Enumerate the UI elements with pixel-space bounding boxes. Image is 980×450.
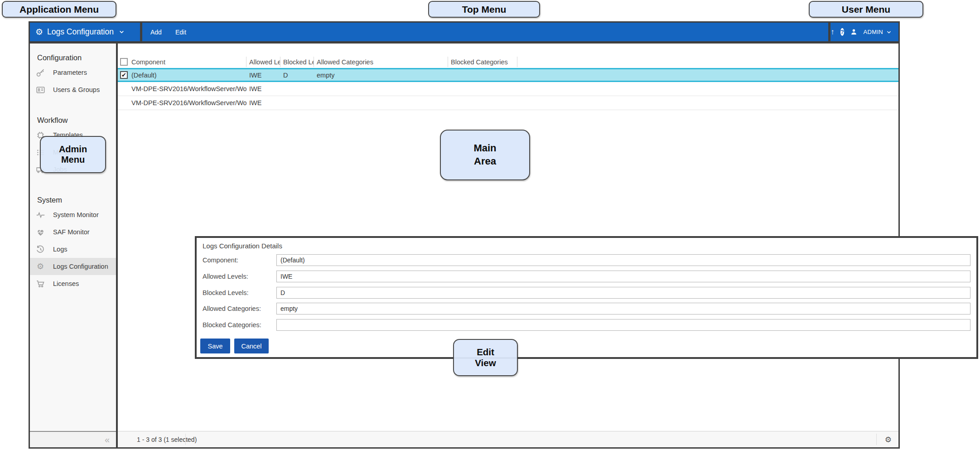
column-header-blocked-categories[interactable]: Blocked Categories	[448, 57, 517, 67]
cell-blocked-levels: D	[280, 72, 314, 79]
callout-top-menu: Top Menu	[428, 1, 540, 18]
column-header-blocked-levels[interactable]: Blocked Levels	[280, 57, 314, 67]
header-checkbox-cell	[118, 57, 130, 67]
chevron-down-icon[interactable]	[886, 29, 892, 35]
status-bar-divider	[185, 434, 186, 445]
user-menu: ↑ ? ADMIN	[830, 23, 898, 41]
sidebar-footer: «	[30, 431, 116, 447]
row-checkbox-cell	[118, 99, 130, 107]
admin-menu-sidebar: Configuration Parameters Users & Groups	[30, 44, 116, 447]
key-icon	[34, 68, 47, 77]
collapse-sidebar-icon[interactable]: «	[105, 435, 110, 444]
status-bar-divider	[876, 434, 877, 445]
sidebar-item-logs-configuration[interactable]: ⚙ Logs Configuration	[30, 258, 116, 275]
sidebar-item-licenses[interactable]: Licenses	[30, 275, 116, 292]
pagination-range-text: 1 - 3 of 3 (1 selected)	[137, 436, 197, 443]
heart-pulse-icon	[34, 227, 47, 237]
sidebar-item-parameters[interactable]: Parameters	[30, 64, 116, 81]
cell-allowed-levels: IWE	[246, 99, 280, 106]
save-button[interactable]: Save	[200, 339, 230, 353]
chevron-down-icon	[118, 29, 125, 35]
app-window: ⚙ Logs Configuration Add Edit ↑ ? ADMIN	[29, 21, 900, 449]
sidebar-item-logs[interactable]: Logs	[30, 241, 116, 258]
pulse-icon	[34, 210, 47, 220]
top-menu: Add Edit	[142, 23, 828, 41]
upload-arrow-icon[interactable]: ↑	[830, 28, 835, 37]
application-menu-button[interactable]: ⚙ Logs Configuration	[30, 23, 140, 41]
select-all-checkbox[interactable]	[120, 58, 128, 66]
sidebar-item-label: Logs	[53, 246, 67, 253]
screenshot-root: ⚙ Logs Configuration Add Edit ↑ ? ADMIN	[0, 0, 980, 450]
sidebar-item-label: Parameters	[53, 69, 87, 76]
component-field[interactable]	[276, 254, 970, 266]
callout-application-menu: Application Menu	[2, 1, 116, 18]
table-header-row: Component Allowed Levels Blocked Levels …	[118, 56, 898, 68]
add-menu-item[interactable]: Add	[150, 29, 162, 36]
history-icon	[34, 245, 47, 254]
component-field-label: Component:	[203, 254, 275, 266]
sidebar-item-label: System Monitor	[53, 211, 99, 218]
sidebar-item-system-monitor[interactable]: System Monitor	[30, 206, 116, 223]
allowed-categories-field[interactable]	[276, 303, 970, 315]
details-panel-title: Logs Configuration Details	[203, 242, 282, 250]
cart-icon	[34, 279, 47, 289]
id-card-icon	[34, 85, 47, 95]
callout-admin-menu: Admin Menu	[40, 136, 106, 173]
column-header-allowed-levels[interactable]: Allowed Levels	[246, 57, 280, 67]
callout-user-menu: User Menu	[809, 1, 923, 18]
cell-component: VM-DPE-SRV2016/WorkflowServer/WorkflowSc…	[130, 85, 246, 92]
table-settings-gear-icon[interactable]: ⚙	[885, 435, 892, 443]
cancel-button[interactable]: Cancel	[234, 339, 269, 353]
callout-main-area: Main Area	[440, 130, 530, 180]
row-checkbox-cell	[118, 85, 130, 93]
gear-icon: ⚙	[35, 28, 43, 36]
allowed-levels-field-label: Allowed Levels:	[203, 271, 275, 282]
status-bar: 1 - 3 of 3 (1 selected) ⚙	[118, 431, 898, 447]
cell-component: VM-DPE-SRV2016/WorkflowServer/WorkflowWo…	[130, 99, 246, 106]
column-header-allowed-categories[interactable]: Allowed Categories	[314, 57, 448, 67]
row-checkbox-cell: ✔	[118, 71, 130, 79]
cell-component: (Default)	[130, 72, 246, 79]
table-row[interactable]: VM-DPE-SRV2016/WorkflowServer/WorkflowSc…	[118, 82, 898, 96]
table-row[interactable]: VM-DPE-SRV2016/WorkflowServer/WorkflowWo…	[118, 96, 898, 110]
blocked-categories-field[interactable]	[276, 319, 970, 331]
sidebar-item-users-groups[interactable]: Users & Groups	[30, 81, 116, 98]
topbar: ⚙ Logs Configuration Add Edit ↑ ? ADMIN	[30, 23, 898, 41]
edit-menu-item[interactable]: Edit	[175, 29, 186, 36]
sidebar-item-label: Licenses	[53, 280, 79, 287]
column-header-component[interactable]: Component	[130, 57, 246, 67]
cell-allowed-categories: empty	[314, 72, 448, 79]
blocked-levels-field[interactable]	[276, 287, 970, 299]
user-icon	[850, 28, 858, 36]
sidebar-section-workflow: Workflow	[30, 114, 116, 126]
callout-edit-view: Edit View	[453, 339, 518, 376]
blocked-categories-field-label: Blocked Categories:	[203, 319, 275, 331]
sidebar-items: Configuration Parameters Users & Groups	[30, 44, 116, 431]
user-name[interactable]: ADMIN	[864, 29, 883, 35]
table-row[interactable]: ✔ (Default) IWE D empty	[118, 68, 898, 82]
sidebar-item-label: SAF Monitor	[53, 228, 90, 236]
row-checkbox-checked[interactable]: ✔	[120, 71, 128, 79]
cell-allowed-levels: IWE	[246, 72, 280, 79]
header-filler	[517, 57, 898, 67]
blocked-levels-field-label: Blocked Levels:	[203, 287, 275, 299]
sidebar-item-label: Users & Groups	[53, 86, 100, 93]
help-icon[interactable]: ?	[840, 28, 844, 36]
cell-allowed-levels: IWE	[246, 85, 280, 92]
allowed-categories-field-label: Allowed Categories:	[203, 303, 275, 315]
sidebar-item-saf-monitor[interactable]: SAF Monitor	[30, 223, 116, 241]
app-title: Logs Configuration	[47, 27, 114, 37]
allowed-levels-field[interactable]	[276, 271, 970, 282]
logs-configuration-details-panel: Logs Configuration Details Component: Al…	[195, 236, 978, 359]
gear-icon: ⚙	[34, 262, 47, 271]
sidebar-section-configuration: Configuration	[30, 51, 116, 64]
sidebar-item-label: Logs Configuration	[53, 263, 108, 270]
sidebar-section-system: System	[30, 194, 116, 206]
